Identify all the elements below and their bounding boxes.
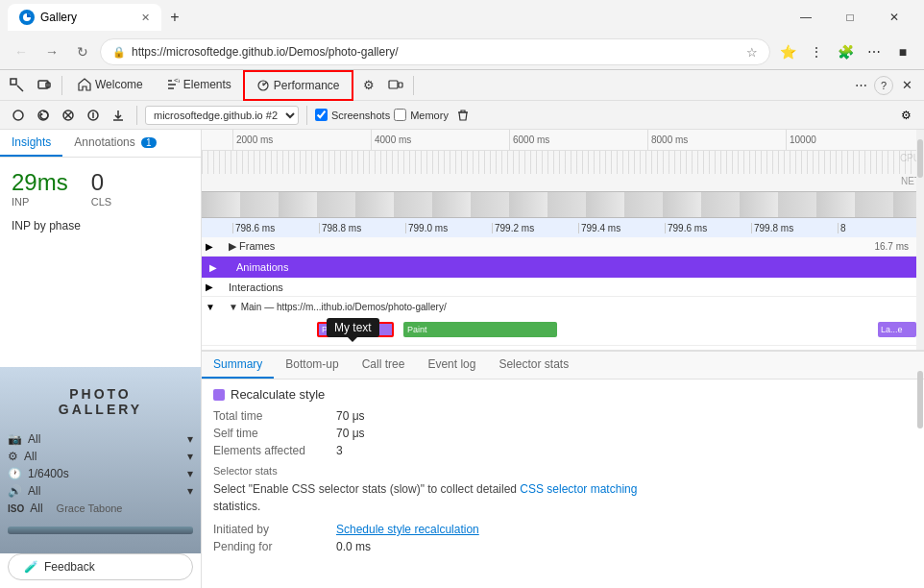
total-time-label: Total time <box>213 409 328 423</box>
feedback-button[interactable]: 🧪 Feedback <box>8 553 193 580</box>
collapse-main-icon[interactable]: ▼ <box>202 302 229 312</box>
close-devtools-button[interactable]: ✕ <box>893 72 920 99</box>
collections-icon[interactable]: ⋮ <box>803 38 830 65</box>
screenshot-frames <box>202 191 924 218</box>
tab-summary[interactable]: Summary <box>202 352 274 379</box>
minimize-button[interactable]: — <box>784 4 828 31</box>
ruler2-mark-1: 798.6 ms <box>232 223 319 233</box>
more-tools-button[interactable]: ⋯ <box>847 72 874 99</box>
title-bar: Gallery ✕ + — □ ✕ <box>0 0 924 35</box>
tab-performance[interactable]: Performance <box>243 70 353 101</box>
self-time-label: Self time <box>213 427 328 440</box>
expand-frames-icon[interactable]: ▶ <box>202 241 229 252</box>
tab-selector-stats[interactable]: Selector stats <box>487 352 580 379</box>
selector-text: Select "Enable CSS selector stats (slow)… <box>213 480 912 498</box>
maximize-button[interactable]: □ <box>828 4 872 31</box>
bottom-scrollbar[interactable] <box>916 352 924 572</box>
tab-close-button[interactable]: ✕ <box>141 12 150 24</box>
filter-row-4: 🔊 All ▾ <box>8 484 193 498</box>
expand-animations-icon[interactable]: ▶ <box>209 262 236 273</box>
download-button[interactable] <box>108 105 129 126</box>
paint-bar[interactable]: Paint <box>403 322 557 337</box>
memory-checkbox[interactable] <box>394 109 406 121</box>
timeline-scrollbar[interactable] <box>916 130 924 350</box>
initiated-by-value[interactable]: Schedule style recalculation <box>336 523 479 536</box>
filter-row-1: 📷 All ▾ <box>8 432 193 446</box>
gallery-title: PHOTOGALLERY <box>59 386 142 417</box>
sidebar-toggle[interactable]: ■ <box>889 38 916 65</box>
settings-button[interactable]: ⚙ <box>355 72 382 99</box>
tab-annotations[interactable]: Annotations 1 <box>62 130 167 157</box>
cls-label: CLS <box>91 196 111 208</box>
bottom-scrollbar-thumb[interactable] <box>917 371 923 429</box>
svg-text:</>: </> <box>174 78 180 85</box>
timeline-scrollbar-thumb[interactable] <box>917 139 923 178</box>
tab-welcome[interactable]: Welcome <box>66 70 155 101</box>
tab-favicon <box>19 10 35 25</box>
reload-button[interactable]: ↻ <box>69 38 96 65</box>
selector-stats-label: Selector stats <box>213 465 912 477</box>
back-button[interactable]: ← <box>8 38 35 65</box>
tab-insights[interactable]: Insights <box>0 130 62 157</box>
gallery-image-preview <box>8 527 193 534</box>
memory-checkbox-row[interactable]: Memory <box>394 109 449 121</box>
screenshots-checkbox[interactable] <box>315 109 328 121</box>
ruler2-mark-8: 8 <box>838 223 924 233</box>
gallery-filters: 📷 All ▾ ⚙ All ▾ 🕐 1/6400s ▾ <box>8 432 193 515</box>
timeline-bars: My text Pre...nt Paint La. <box>202 316 924 345</box>
forward-button[interactable]: → <box>38 38 65 65</box>
screenshots-strip <box>202 191 924 218</box>
section-header: Recalculate style <box>213 387 912 402</box>
performance-settings-button[interactable]: ⚙ <box>895 105 916 126</box>
total-time-value: 70 μs <box>336 409 365 423</box>
toolbar-sep2 <box>413 76 414 95</box>
screenshots-checkbox-row[interactable]: Screenshots <box>315 109 390 121</box>
ruler2-mark-7: 799.8 ms <box>751 223 838 233</box>
toggle-device-toolbar[interactable] <box>382 72 409 99</box>
self-time-value: 70 μs <box>336 427 365 440</box>
main-row-header: ▼ ▼ Main — https://m...ithub.io/Demos/ph… <box>202 297 447 316</box>
ruler2-mark-2: 798.8 ms <box>319 223 405 233</box>
screenshots-label: Screenshots <box>331 110 390 121</box>
ruler-mark-5: 10000 <box>786 130 924 150</box>
tooltip-arrow <box>348 337 357 342</box>
trash-button[interactable] <box>452 105 474 126</box>
iso-icon: ISO <box>8 503 24 514</box>
browser-menu-button[interactable]: ⋯ <box>861 38 888 65</box>
initiated-by-label: Initiated by <box>213 523 328 536</box>
browser-chrome: Gallery ✕ + — □ ✕ ← → ↻ 🔒 https://micros… <box>0 0 924 69</box>
tab-bottom-up[interactable]: Bottom-up <box>274 352 350 379</box>
inp-metric: 29ms INP <box>12 169 68 208</box>
tab-call-tree[interactable]: Call tree <box>351 352 417 379</box>
tab-event-log[interactable]: Event log <box>416 352 487 379</box>
favorites-icon[interactable]: ⭐ <box>774 38 801 65</box>
bookmark-icon[interactable]: ☆ <box>746 45 758 60</box>
help-button[interactable]: ? <box>874 76 893 95</box>
close-button[interactable]: ✕ <box>872 4 916 31</box>
inspect-element-button[interactable] <box>4 72 31 99</box>
lav-bar[interactable]: La...e <box>878 322 916 337</box>
interactions-label: Interactions <box>229 282 283 293</box>
extensions-icon[interactable]: 🧩 <box>832 38 859 65</box>
toolbar-separator <box>61 76 62 95</box>
tab-elements[interactable]: </> Elements <box>155 70 243 101</box>
reload-record-button[interactable] <box>33 105 54 126</box>
new-tab-button[interactable]: + <box>161 4 188 31</box>
bottom-panel: Summary Bottom-up Call tree Event log Se… <box>202 351 924 572</box>
url-text: https://microsoftedge.github.io/Demos/ph… <box>132 45 741 59</box>
device-emulation-button[interactable] <box>31 72 58 99</box>
stop-button[interactable] <box>83 105 104 126</box>
detail-total-time: Total time 70 μs <box>213 407 912 425</box>
browser-tab[interactable]: Gallery ✕ <box>8 4 161 31</box>
pending-for-value: 0.0 ms <box>336 540 371 553</box>
browser-toolbar: ← → ↻ 🔒 https://microsoftedge.github.io/… <box>0 35 924 69</box>
expand-interactions-icon[interactable]: ▶ <box>202 282 229 292</box>
address-bar[interactable]: 🔒 https://microsoftedge.github.io/Demos/… <box>100 38 770 65</box>
source-select[interactable]: microsoftedge.github.io #2 <box>145 106 299 125</box>
svg-rect-7 <box>399 83 402 87</box>
start-recording-button[interactable] <box>8 105 29 126</box>
filter-row-2: ⚙ All ▾ <box>8 450 193 463</box>
selector-stats-section: Selector stats Select "Enable CSS select… <box>213 465 912 515</box>
cpu-bar: CPU <box>202 151 924 174</box>
clear-button[interactable] <box>58 105 79 126</box>
